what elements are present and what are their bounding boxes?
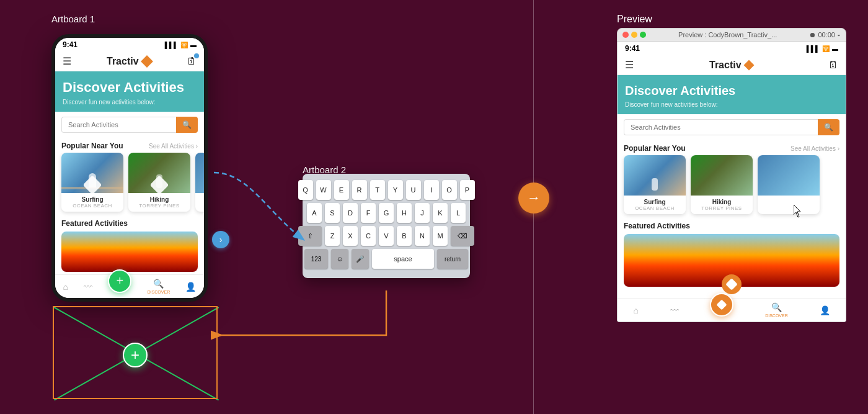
discover-label: DISCOVER <box>148 290 170 294</box>
preview-featured-title: Featured Activities <box>624 222 839 230</box>
key-O[interactable]: O <box>442 180 457 200</box>
artboard1-phone: 9:41 ▌▌▌ 🛜 ▬ ☰ Tractiv 🗓 Discover Activi… <box>51 34 208 302</box>
activity-card-hiking[interactable]: Hiking TORREY PINES <box>128 153 190 212</box>
key-shift[interactable]: ⇧ <box>298 226 322 246</box>
key-J[interactable]: J <box>415 203 430 223</box>
preview-title: Preview : CodyBrown_Tractiv_... <box>650 31 805 38</box>
key-G[interactable]: G <box>379 203 394 223</box>
preview-hamburger-icon[interactable]: ☰ <box>625 59 634 71</box>
see-all-link[interactable]: See All Activities › <box>149 143 198 150</box>
key-X[interactable]: X <box>343 226 358 246</box>
key-V[interactable]: V <box>379 226 394 246</box>
key-B[interactable]: B <box>397 226 412 246</box>
key-mic[interactable]: 🎤 <box>352 249 369 269</box>
maximize-dot[interactable] <box>640 32 646 38</box>
key-Y[interactable]: Y <box>388 180 403 200</box>
preview-inbox-icon[interactable]: 🗓 <box>828 60 838 71</box>
search-input[interactable] <box>61 117 176 133</box>
key-W[interactable]: W <box>316 180 331 200</box>
hiking-image <box>128 153 190 193</box>
preview-time: ⏺ 00:00 ▾ <box>809 31 841 38</box>
keyboard-row-4: 123 ☺ 🎤 space return <box>309 249 464 269</box>
inbox-icon[interactable]: 🗓 <box>187 56 197 67</box>
bottom-nav: ⌂ 〰 + 🔍 DISCOVER 👤 <box>55 274 204 298</box>
nav-discover[interactable]: 🔍 DISCOVER <box>148 279 170 294</box>
artboard1-arrow-button[interactable]: › <box>212 231 229 248</box>
preview-search-input[interactable] <box>624 119 818 135</box>
activity-card-surfing[interactable]: Surfing OCEAN BEACH <box>61 153 123 212</box>
key-N[interactable]: N <box>415 226 430 246</box>
preview-label: Preview <box>617 14 652 25</box>
key-Z[interactable]: Z <box>325 226 340 246</box>
close-dot[interactable] <box>622 32 629 38</box>
window-controls <box>622 32 646 38</box>
preview-search-button[interactable]: 🔍 <box>818 119 839 135</box>
key-delete[interactable]: ⌫ <box>451 226 474 246</box>
preview-featured-wrapper <box>624 234 839 287</box>
preview-activity-cards: Surfing OCEAN BEACH Hiking TORREY PINES <box>618 155 846 219</box>
key-M[interactable]: M <box>433 226 448 246</box>
nav-activity[interactable]: 〰 <box>84 282 92 292</box>
surfing-info: Surfing OCEAN BEACH <box>61 193 123 212</box>
key-U[interactable]: U <box>406 180 421 200</box>
key-A[interactable]: A <box>307 203 322 223</box>
nav-profile[interactable]: 👤 <box>185 282 196 292</box>
preview-partial-image <box>758 155 820 196</box>
key-C[interactable]: C <box>361 226 376 246</box>
preview-hiking-info: Hiking TORREY PINES <box>691 196 753 214</box>
key-L[interactable]: L <box>451 203 466 223</box>
keyboard-row-1: Q W E R T Y U I O P <box>309 180 464 200</box>
preview-see-all[interactable]: See All Activities › <box>790 145 839 152</box>
key-D[interactable]: D <box>343 203 358 223</box>
partial-info <box>195 193 204 206</box>
preview-diamond-inner <box>725 278 738 290</box>
key-E[interactable]: E <box>334 180 349 200</box>
hero-banner: Discover Activities Discover fun new act… <box>55 71 204 112</box>
minimize-dot[interactable] <box>631 32 637 38</box>
key-H[interactable]: H <box>397 203 412 223</box>
preview-nav-profile[interactable]: 👤 <box>820 305 830 315</box>
preview-hiking-image <box>691 155 753 196</box>
featured-green-fab[interactable]: + <box>123 343 148 367</box>
nav-home[interactable]: ⌂ <box>63 282 68 292</box>
preview-popular-title: Popular Near You <box>624 144 686 153</box>
key-F[interactable]: F <box>361 203 376 223</box>
preview-card-hiking[interactable]: Hiking TORREY PINES <box>691 155 753 214</box>
popular-title: Popular Near You <box>61 142 123 150</box>
preview-nav-home[interactable]: ⌂ <box>633 305 638 315</box>
preview-card-surfing[interactable]: Surfing OCEAN BEACH <box>624 155 686 214</box>
key-K[interactable]: K <box>433 203 448 223</box>
preview-hiking-name: Hiking <box>694 199 749 205</box>
preview-featured-btn[interactable] <box>722 274 742 294</box>
fab-button[interactable]: + <box>108 269 131 293</box>
preview-profile-icon: 👤 <box>820 305 830 315</box>
key-emoji[interactable]: ☺ <box>331 249 348 269</box>
key-I[interactable]: I <box>424 180 439 200</box>
artboard1-label: Artboard 1 <box>51 14 95 25</box>
key-T[interactable]: T <box>370 180 385 200</box>
key-space[interactable]: space <box>372 249 434 269</box>
transition-arrow: → <box>518 182 549 214</box>
search-bar: 🔍 <box>61 117 198 133</box>
status-bar: 9:41 ▌▌▌ 🛜 ▬ <box>55 38 204 52</box>
key-S[interactable]: S <box>325 203 340 223</box>
preview-surfing-name: Surfing <box>627 199 682 205</box>
preview-time-display: 9:41 <box>625 44 640 53</box>
key-Q[interactable]: Q <box>298 180 313 200</box>
hero-subtitle: Discover fun new activities below: <box>63 99 197 106</box>
preview-nav-discover[interactable]: 🔍 DISCOVER <box>765 302 788 318</box>
preview-fab-button[interactable] <box>710 293 733 317</box>
surfing-title: Surfing <box>65 196 120 203</box>
key-return[interactable]: return <box>437 249 468 269</box>
key-R[interactable]: R <box>352 180 367 200</box>
search-button[interactable]: 🔍 <box>176 117 198 133</box>
preview-nav-activity[interactable]: 〰 <box>670 305 679 315</box>
hamburger-icon[interactable]: ☰ <box>63 55 71 67</box>
preview-surfing-loc: OCEAN BEACH <box>627 205 682 211</box>
preview-activity-icon: 〰 <box>670 305 679 315</box>
hiking-info: Hiking TORREY PINES <box>128 193 190 212</box>
discover-icon: 🔍 <box>153 279 164 289</box>
key-P[interactable]: P <box>460 180 475 200</box>
preview-card-partial2 <box>758 155 820 214</box>
key-numbers[interactable]: 123 <box>304 249 328 269</box>
